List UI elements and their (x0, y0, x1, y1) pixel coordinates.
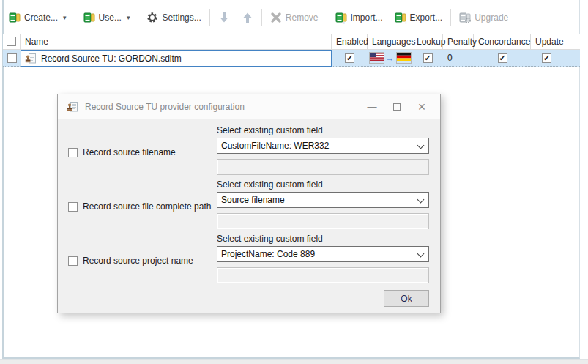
gear-icon (146, 12, 158, 23)
arrow-up-icon (242, 12, 253, 23)
dialog-titlebar[interactable]: Record Source TU provider configuration … (58, 94, 440, 119)
upgrade-label: Upgrade (475, 12, 508, 23)
record-source-filename-option[interactable]: Record source filename (68, 147, 176, 157)
provider-configuration-dialog: Record Source TU provider configuration … (57, 94, 441, 313)
custom-name-input-1 (217, 159, 429, 175)
toolbar-separator (75, 9, 75, 26)
ok-label: Ok (401, 294, 412, 304)
row-languages-cell: → (368, 50, 412, 66)
create-button[interactable]: Create... ▾ (3, 8, 72, 27)
list-header: Name Enabled Languages Lookup Penalty Co… (3, 34, 580, 50)
dialog-title: Record Source TU provider configuration (85, 102, 360, 112)
select-all-checkbox[interactable] (7, 37, 16, 46)
row-filler-cell (562, 50, 580, 66)
toolbar-separator (450, 9, 451, 26)
record-source-filename-checkbox[interactable] (68, 148, 78, 157)
settings-button[interactable]: Settings... (141, 8, 206, 27)
custom-name-input-3 (217, 267, 429, 283)
stamp-provider-icon (25, 53, 37, 64)
window-controls: — × (360, 97, 434, 116)
column-header-penalty[interactable]: Penalty (443, 34, 474, 49)
use-button[interactable]: Use... ▾ (78, 8, 136, 27)
custom-name-input-2 (217, 213, 429, 229)
import-button[interactable]: ← Import... (330, 8, 389, 27)
enabled-checkbox[interactable]: ✓ (345, 53, 354, 63)
record-source-project-label: Record source project name (83, 256, 193, 266)
maximize-button[interactable] (384, 97, 409, 116)
header-select-all[interactable] (3, 34, 21, 49)
record-source-project-checkbox[interactable] (68, 256, 78, 266)
create-label: Create... (24, 12, 58, 23)
germany-flag-icon (396, 52, 412, 64)
app-window: Create... ▾ Use... ▾ Settings... (0, 0, 588, 364)
window-bottom-strip (0, 359, 588, 364)
column-header-filler (562, 34, 580, 49)
stamp-provider-icon (67, 101, 78, 113)
language-direction-arrow-icon: → (386, 53, 395, 63)
lookup-checkbox[interactable]: ✓ (423, 53, 433, 63)
toolbar-separator (261, 9, 262, 26)
tm-table-icon (83, 12, 95, 23)
arrow-down-icon (218, 12, 230, 23)
record-source-path-option[interactable]: Record source file complete path (68, 201, 211, 212)
remove-label: Remove (286, 12, 319, 23)
record-source-path-label: Record source file complete path (83, 201, 211, 212)
column-header-update[interactable]: Update (531, 34, 562, 49)
row-name-cell[interactable]: Record Source TU: GORDON.sdltm (21, 50, 332, 67)
column-header-name[interactable]: Name (21, 34, 332, 49)
concordance-checkbox[interactable]: ✓ (498, 53, 507, 63)
export-button[interactable]: → Export... (389, 8, 449, 27)
update-checkbox[interactable]: ✓ (542, 53, 551, 63)
close-icon: × (418, 100, 426, 114)
minimize-button[interactable]: — (360, 97, 384, 116)
export-icon: → (395, 12, 406, 23)
toolbar-separator (327, 9, 327, 26)
close-button[interactable]: × (409, 97, 434, 116)
move-down-button[interactable] (212, 8, 236, 27)
import-label: Import... (351, 12, 383, 23)
column-header-languages[interactable]: Languages (368, 34, 412, 49)
table-row[interactable]: Record Source TU: GORDON.sdltm ✓ → ✓ 0 ✓… (3, 50, 580, 67)
chevron-down-icon (417, 250, 425, 258)
tm-table-icon (9, 12, 21, 23)
chevron-down-icon[interactable]: ▾ (63, 14, 67, 21)
column-header-lookup[interactable]: Lookup (412, 34, 443, 49)
chevron-down-icon (417, 196, 425, 204)
record-source-path-checkbox[interactable] (68, 202, 78, 212)
import-icon: ← (335, 12, 347, 23)
custom-field-label-1: Select existing custom field (217, 125, 323, 135)
custom-field-value-1: CustomFileName: WER332 (221, 141, 329, 151)
custom-field-select-1[interactable]: CustomFileName: WER332 (217, 138, 429, 154)
settings-label: Settings... (162, 12, 201, 23)
chevron-down-icon (417, 142, 425, 149)
import-arrow-icon: ← (342, 18, 349, 26)
custom-field-select-3[interactable]: ProjectName: Code 889 (217, 246, 429, 262)
column-header-enabled[interactable]: Enabled (332, 34, 368, 49)
toolbar-separator (209, 9, 210, 26)
column-header-concordance[interactable]: Concordance (474, 34, 531, 49)
toolbar-separator (138, 9, 138, 26)
remove-x-icon (270, 12, 282, 23)
custom-field-value-2: Source filename (221, 195, 285, 205)
chevron-down-icon[interactable]: ▾ (127, 14, 130, 21)
row-concordance-cell: ✓ (474, 50, 531, 66)
custom-field-select-2[interactable]: Source filename (217, 192, 429, 208)
remove-button[interactable]: Remove (264, 8, 324, 27)
export-label: Export... (410, 12, 443, 23)
united-states-flag-icon (369, 52, 384, 64)
maximize-icon (393, 103, 401, 111)
export-arrow-icon: → (401, 18, 409, 26)
upgrade-button[interactable]: Upgrade (453, 8, 514, 27)
row-update-cell: ✓ (531, 50, 562, 66)
record-source-filename-label: Record source filename (83, 147, 176, 157)
custom-field-label-3: Select existing custom field (217, 234, 323, 244)
penalty-value: 0 (447, 53, 453, 63)
ok-button[interactable]: Ok (384, 290, 429, 307)
custom-field-value-3: ProjectName: Code 889 (221, 249, 315, 259)
row-select-checkbox[interactable] (7, 53, 17, 63)
custom-field-label-2: Select existing custom field (217, 179, 323, 190)
record-source-project-option[interactable]: Record source project name (68, 256, 193, 266)
upgrade-icon (459, 12, 471, 23)
row-penalty-cell[interactable]: 0 (443, 50, 474, 66)
move-up-button[interactable] (236, 8, 259, 27)
